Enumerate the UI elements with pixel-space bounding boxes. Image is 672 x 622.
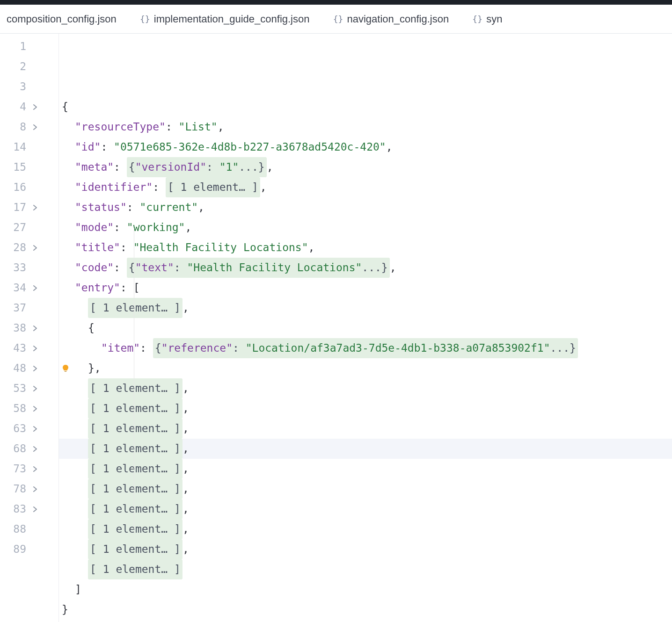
fold-toggle[interactable]	[28, 365, 42, 372]
fold-toggle[interactable]	[28, 486, 42, 492]
code-line[interactable]: "meta": {"versionId": "1"...},	[62, 157, 672, 177]
code-line[interactable]: {	[62, 318, 672, 338]
gutter-row: 1	[0, 36, 58, 57]
tab[interactable]: {}syn	[461, 5, 502, 33]
code-line[interactable]: "status": "current",	[62, 197, 672, 217]
line-number: 38	[0, 318, 28, 338]
json-punct: :	[114, 258, 127, 278]
code-line[interactable]: ]	[62, 579, 672, 600]
line-number: 78	[0, 479, 28, 499]
fold-toggle[interactable]	[28, 245, 42, 251]
code-line[interactable]: [ 1 element… ],	[59, 439, 672, 459]
folded-region: [ 1 element… ]	[166, 177, 260, 197]
folded-region: [ 1 element… ]	[88, 519, 183, 539]
json-punct: ,	[386, 137, 393, 157]
fold-toggle[interactable]	[28, 466, 42, 472]
code-line[interactable]: [ 1 element… ],	[62, 419, 672, 439]
code-line[interactable]: [ 1 element… ],	[62, 499, 672, 519]
json-file-icon: {}	[473, 15, 482, 23]
code-line[interactable]: [ 1 element… ],	[62, 298, 672, 318]
indent-guide	[134, 228, 134, 532]
gutter-row: 4	[0, 97, 58, 117]
line-number: 83	[0, 499, 28, 519]
gutter-row: 27	[0, 217, 58, 238]
editor-area: 1234814151617272833343738434853586368737…	[0, 34, 672, 622]
json-punct: : [	[120, 278, 140, 298]
gutter-row: 33	[0, 258, 58, 278]
gutter-row: 37	[0, 298, 58, 318]
fold-toggle[interactable]	[28, 104, 42, 110]
line-number: 27	[0, 217, 28, 238]
gutter-row: 58	[0, 398, 58, 419]
code-line[interactable]: "id": "0571e685-362e-4d8b-b227-a3678ad54…	[62, 137, 672, 157]
code-line[interactable]: [ 1 element… ],	[62, 459, 672, 479]
folded-region: [ 1 element… ]	[88, 459, 183, 479]
fold-toggle[interactable]	[28, 345, 42, 352]
fold-toggle[interactable]	[28, 285, 42, 291]
code-line[interactable]: {	[62, 97, 672, 117]
gutter-row: 28	[0, 238, 58, 258]
code-line[interactable]: "entry": [	[62, 278, 672, 298]
fold-toggle[interactable]	[28, 446, 42, 452]
code-line[interactable]: },	[62, 358, 672, 378]
fold-toggle[interactable]	[28, 124, 42, 130]
json-punct: :	[166, 117, 179, 137]
code-line[interactable]: [ 1 element… ],	[62, 519, 672, 539]
code-line[interactable]: "resourceType": "List",	[62, 117, 672, 137]
json-punct: ,	[185, 217, 191, 238]
json-punct: ,	[183, 378, 189, 398]
code-line[interactable]: "mode": "working",	[62, 217, 672, 238]
folded-region: [ 1 element… ]	[88, 419, 183, 439]
tab[interactable]: composition_config.json	[0, 5, 129, 33]
json-punct: ,	[183, 398, 189, 419]
json-punct: ,	[308, 238, 315, 258]
gutter-row: 2	[0, 57, 58, 77]
tab[interactable]: {}navigation_config.json	[321, 5, 461, 33]
code-line[interactable]: [ 1 element… ],	[62, 479, 672, 499]
code-line[interactable]: [ 1 element… ],	[62, 398, 672, 419]
json-punct: ,	[183, 539, 189, 559]
json-key: "code"	[75, 258, 114, 278]
tab[interactable]: {}implementation_guide_config.json	[129, 5, 322, 33]
fold-toggle[interactable]	[28, 426, 42, 432]
line-number: 28	[0, 238, 28, 258]
json-punct: ,	[183, 298, 189, 318]
folded-region: [ 1 element… ]	[88, 479, 183, 499]
folded-region: [ 1 element… ]	[88, 378, 183, 398]
gutter-row: 83	[0, 499, 58, 519]
fold-toggle[interactable]	[28, 325, 42, 332]
json-punct: ,	[260, 177, 267, 197]
folded-region: {"text": "Health Facility Locations"...}	[127, 258, 390, 278]
code-line[interactable]: [ 1 element… ],	[62, 378, 672, 398]
window-top-border	[0, 0, 672, 5]
folded-region: [ 1 element… ]	[88, 439, 183, 459]
fold-toggle[interactable]	[28, 385, 42, 392]
json-string: "current"	[139, 197, 198, 217]
line-number: 37	[0, 298, 28, 318]
json-file-icon: {}	[141, 15, 149, 23]
json-punct: ,	[390, 258, 396, 278]
fold-toggle[interactable]	[28, 506, 42, 513]
gutter-row: 78	[0, 479, 58, 499]
json-file-icon: {}	[334, 15, 342, 23]
line-number: 34	[0, 278, 28, 298]
fold-toggle[interactable]	[28, 405, 42, 412]
fold-toggle[interactable]	[28, 204, 42, 211]
json-string: "0571e685-362e-4d8b-b227-a3678ad5420c-42…	[114, 137, 386, 157]
code-line[interactable]: }	[62, 600, 672, 620]
json-punct: :	[114, 217, 127, 238]
json-key: "status"	[75, 197, 127, 217]
line-number: 53	[0, 378, 28, 398]
line-number: 68	[0, 439, 28, 459]
code-line[interactable]: "title": "Health Facility Locations",	[62, 238, 672, 258]
code-line[interactable]: "item": {"reference": "Location/af3a7ad3…	[62, 338, 672, 358]
code-line[interactable]: "identifier": [ 1 element… ],	[62, 177, 672, 197]
code-area[interactable]: {"resourceType": "List","id": "0571e685-…	[59, 34, 672, 622]
line-number: 15	[0, 157, 28, 177]
code-line[interactable]: [ 1 element… ]	[62, 559, 672, 579]
code-line[interactable]: [ 1 element… ],	[62, 539, 672, 559]
code-line[interactable]: "code": {"text": "Health Facility Locati…	[62, 258, 672, 278]
json-punct: :	[153, 177, 166, 197]
json-punct: :	[120, 238, 133, 258]
json-punct: ,	[183, 439, 189, 459]
